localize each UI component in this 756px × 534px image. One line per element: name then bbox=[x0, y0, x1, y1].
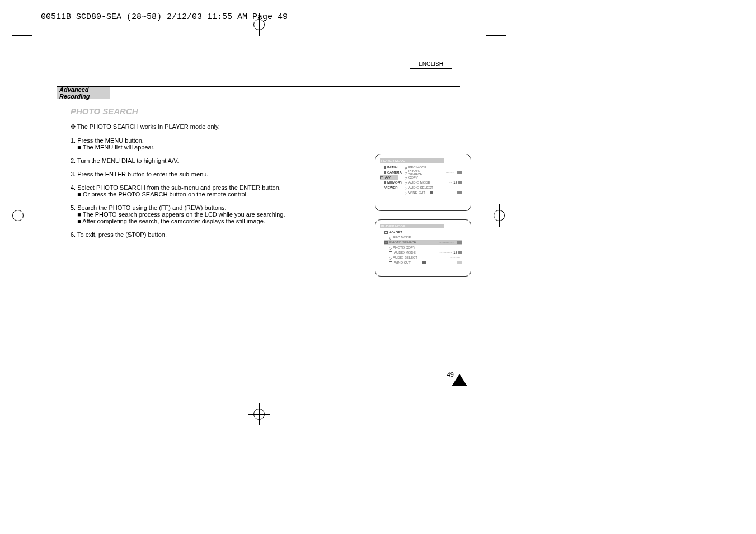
reg-mark bbox=[248, 403, 270, 425]
step-4: 4. Select PHOTO SEARCH from the sub-menu… bbox=[71, 184, 356, 198]
page-triangle-icon bbox=[452, 374, 467, 386]
menu-screen-2: PLAYER MODE A/V SET ◇REC MODE PHOTO SEAR… bbox=[375, 219, 471, 277]
crop-mark bbox=[12, 396, 32, 396]
reg-mark bbox=[7, 204, 29, 227]
crop-mark bbox=[486, 35, 506, 36]
screen-title: PLAYER MODE bbox=[380, 224, 444, 228]
crop-mark bbox=[481, 396, 481, 416]
screen-title: PLAYER MODE bbox=[380, 158, 444, 163]
section-header: Advanced Recording bbox=[57, 87, 110, 99]
section-title: PHOTO SEARCH bbox=[71, 106, 138, 116]
crop-mark bbox=[37, 396, 37, 416]
title-rule bbox=[57, 86, 460, 87]
reg-mark bbox=[248, 13, 270, 36]
step-5: 5. Search the PHOTO using the (FF) and (… bbox=[71, 204, 356, 224]
language-label: ENGLISH bbox=[410, 59, 452, 69]
crop-mark bbox=[12, 35, 32, 36]
step-2: 2. Turn the MENU DIAL to highlight A/V. bbox=[71, 157, 356, 164]
crop-mark bbox=[37, 16, 37, 36]
search-icon bbox=[457, 241, 462, 244]
off-icon bbox=[457, 191, 462, 194]
step-3: 3. Press the ENTER button to enter the s… bbox=[71, 171, 356, 177]
reg-mark bbox=[488, 204, 510, 227]
step-1: 1. Press the MENU button. ■ The MENU lis… bbox=[71, 137, 356, 151]
menu-screen-1: PLAYER MODE INITIAL CAMERA A/V MEMORY VI… bbox=[375, 154, 471, 211]
crop-mark bbox=[481, 16, 481, 36]
crop-mark bbox=[486, 396, 506, 396]
step-6: 6. To exit, press the (STOP) button. bbox=[71, 231, 356, 238]
bit-icon bbox=[458, 181, 462, 184]
search-icon bbox=[457, 171, 462, 174]
off-icon bbox=[457, 261, 462, 264]
bullet-1: ✤ The PHOTO SEARCH works in PLAYER mode … bbox=[71, 122, 353, 132]
bit-icon bbox=[458, 251, 462, 254]
